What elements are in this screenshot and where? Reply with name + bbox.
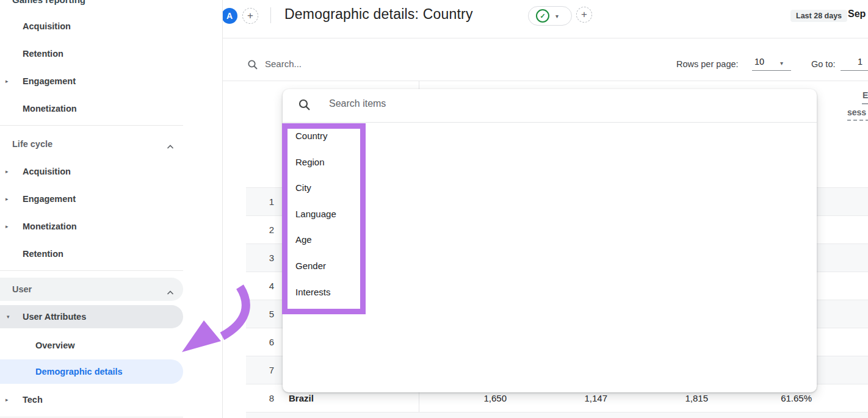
sidebar-item-monetization[interactable]: Monetization — [23, 103, 77, 115]
rows-per-page-label: Rows per page: — [676, 59, 739, 69]
sidebar-header-life-cycle[interactable]: Life cycle — [12, 138, 52, 150]
sidebar-header-user[interactable]: User — [0, 278, 183, 301]
sidebar-item-lc-monetization[interactable]: Monetization — [23, 220, 77, 232]
go-to-underline — [841, 70, 868, 71]
header-divider — [270, 7, 271, 23]
plus-icon: + — [247, 10, 253, 21]
rows-per-page-value[interactable]: 10 — [754, 57, 770, 67]
search-icon — [247, 59, 258, 73]
expand-arrow-icon[interactable]: ▸ — [5, 75, 9, 87]
sidebar-header-user-label: User — [12, 283, 32, 295]
expand-arrow-icon[interactable]: ▸ — [5, 165, 9, 178]
caret-down-icon: ▾ — [555, 13, 559, 20]
content-top-divider — [222, 38, 868, 38]
sidebar-divider — [0, 125, 183, 126]
add-comparison-button[interactable]: + — [242, 8, 258, 24]
ga4-demographic-details-page: Games reporting Acquisition Retention ▸ … — [0, 0, 868, 418]
header-dashed-underline — [847, 120, 868, 121]
chevron-up-icon[interactable] — [166, 141, 175, 152]
date-range-detail[interactable]: Sep — [848, 9, 866, 20]
avatar[interactable]: A — [222, 8, 237, 24]
page-title: Demographic details: Country — [284, 6, 473, 23]
sidebar-item-retention[interactable]: Retention — [23, 48, 63, 60]
sidebar-item-lc-retention[interactable]: Retention — [23, 248, 63, 260]
highlight-box-annotation — [282, 123, 366, 314]
engaged-sessions-header-line2[interactable]: sess — [847, 107, 866, 117]
rows-per-page-underline — [752, 70, 791, 71]
expand-arrow-icon[interactable]: ▸ — [5, 394, 9, 406]
check-circle-icon: ✓ — [536, 9, 549, 23]
sidebar-item-tech[interactable]: Tech — [23, 394, 43, 406]
sidebar-item-user-attributes[interactable]: ▾ User Attributes — [0, 305, 183, 328]
dimension-search-input[interactable] — [328, 98, 696, 110]
add-report-button[interactable]: + — [576, 7, 592, 23]
date-range-chip[interactable]: Last 28 days — [790, 10, 847, 22]
toolbar-bottom-divider — [222, 81, 868, 81]
engaged-sessions-header-line1[interactable]: E — [863, 90, 868, 100]
table-row-partial — [246, 412, 868, 418]
row-number: 8 — [246, 384, 274, 412]
row-number: 2 — [246, 216, 274, 243]
sidebar-item-lc-acquisition[interactable]: Acquisition — [23, 165, 71, 178]
collapse-arrow-icon: ▾ — [7, 311, 10, 323]
sidebar-divider — [0, 270, 183, 271]
sidebar-item-overview[interactable]: Overview — [35, 339, 75, 351]
caret-down-icon[interactable]: ▾ — [780, 60, 783, 67]
sidebar-item-engagement[interactable]: Engagement — [23, 75, 76, 87]
sidebar-item-lc-engagement[interactable]: Engagement — [23, 193, 76, 205]
sidebar-item-acquisition[interactable]: Acquisition — [23, 20, 71, 32]
sidebar-section-games-reporting: Games reporting — [12, 0, 85, 5]
sidebar-item-user-attributes-label: User Attributes — [23, 311, 86, 323]
go-to-page-input[interactable]: 1 — [841, 57, 863, 67]
plus-icon: + — [581, 9, 587, 20]
row-number: 7 — [246, 356, 274, 384]
expand-arrow-icon[interactable]: ▸ — [5, 193, 9, 205]
dropdown-divider — [283, 122, 817, 123]
sidebar-item-demographic-details[interactable]: Demographic details — [0, 359, 183, 384]
header-dashed-underline — [862, 103, 868, 104]
report-status-control[interactable]: ✓ ▾ — [528, 6, 572, 26]
sidebar-item-demographic-details-label: Demographic details — [35, 366, 123, 378]
row-number: 1 — [246, 188, 274, 215]
arrow-annotation — [171, 278, 256, 357]
row-number: 3 — [246, 244, 274, 272]
sidebar-divider — [0, 417, 183, 417]
table-search-input[interactable] — [264, 58, 413, 70]
go-to-label: Go to: — [811, 59, 836, 69]
expand-arrow-icon[interactable]: ▸ — [5, 220, 9, 232]
search-icon — [298, 98, 311, 114]
